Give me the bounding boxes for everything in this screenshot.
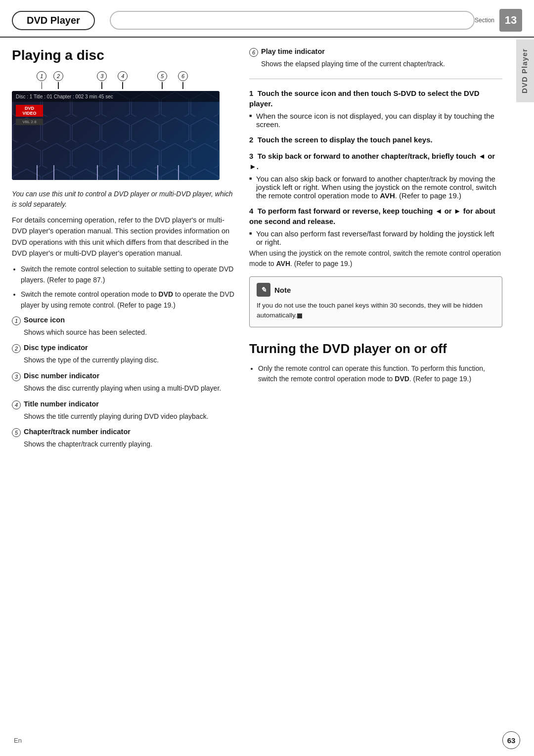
item-desc-5: Shows the chapter/track currently playin… — [24, 439, 237, 450]
section2-title: Turning the DVD player on or off — [249, 341, 502, 356]
note-box: ✎ Note If you do not use the touch panel… — [249, 276, 502, 327]
item-num-5: 5 — [12, 428, 21, 437]
item-label-6: Play time indicator — [261, 47, 325, 55]
intro-bullets: Switch the remote control selection to s… — [21, 264, 237, 311]
callout-1: 1 — [37, 71, 46, 81]
footer-en: En — [14, 736, 22, 744]
vbl-indicator: VBL 2.8 — [16, 119, 43, 125]
bullet-item-2: Switch the remote control operation mode… — [21, 289, 237, 311]
page-header: DVD Player Section 13 — [0, 0, 534, 38]
item-label-3: Disc number indicator — [24, 372, 99, 380]
step-4-bullet-1: You can also perform fast reverse/fast f… — [249, 229, 502, 246]
page-number: 63 — [502, 731, 520, 749]
intro-text: For details concerning operation, refer … — [12, 215, 237, 259]
intro-italic: You can use this unit to control a DVD p… — [12, 189, 237, 210]
section-info: Section 13 — [475, 9, 522, 32]
indicator-item-1: 1 Source icon Shows which source has bee… — [12, 316, 237, 338]
callout-6: 6 — [178, 71, 188, 81]
end-square — [297, 313, 302, 318]
item-num-4: 4 — [12, 400, 21, 409]
item-num-1: 1 — [12, 316, 21, 325]
item-desc-6: Shows the elapsed playing time of the cu… — [261, 59, 502, 70]
step-1: 1 Touch the source icon and then touch S… — [249, 88, 502, 129]
svg-rect-1 — [12, 91, 220, 180]
chapter-title: DVD Player — [12, 11, 95, 30]
item-desc-1: Shows which source has been selected. — [24, 327, 237, 338]
dvd-logo: DVDVIDEO — [16, 105, 43, 117]
indicator-item-6: 6 Play time indicator Shows the elapsed … — [249, 47, 502, 70]
item-label-2: Disc type indicator — [24, 344, 88, 352]
step-1-bullet-1: When the source icon is not displayed, y… — [249, 112, 502, 129]
indicator-item-5: 5 Chapter/track number indicator Shows t… — [12, 428, 237, 450]
dvd-screen: Disc : 1 Title : 01 Chapter : 002 3 min … — [12, 91, 220, 180]
en-label: En — [14, 737, 22, 744]
dvd-info-bar: Disc : 1 Title : 01 Chapter : 002 3 min … — [12, 91, 220, 102]
dvd-image-container: 1 2 3 4 — [12, 71, 220, 180]
step-3: 3 To skip back or forward to another cha… — [249, 151, 502, 200]
dvd-logo-area: DVDVIDEO VBL 2.8 — [16, 105, 43, 176]
indicator-item-4: 4 Title number indicator Shows the title… — [12, 400, 237, 422]
step-2-heading: 2 Touch the screen to display the touch … — [249, 134, 502, 145]
item-num-2: 2 — [12, 344, 21, 353]
indicator-item-3: 3 Disc number indicator Shows the disc c… — [12, 372, 237, 394]
item-num-6: 6 — [249, 48, 258, 57]
playing-disc-title: Playing a disc — [12, 47, 237, 63]
section-divider-1 — [249, 79, 502, 79]
step-4-heading: 4 To perform fast forward or reverse, ke… — [249, 206, 502, 226]
main-content: Playing a disc 1 2 3 — [0, 38, 534, 756]
step-3-heading: 3 To skip back or forward to another cha… — [249, 151, 502, 172]
side-chapter-label: DVD Player — [516, 40, 534, 102]
step-3-bullet-1: You can also skip back or forward to ano… — [249, 175, 502, 200]
callout-3: 3 — [97, 71, 107, 81]
item-desc-2: Shows the type of the currently playing … — [24, 355, 237, 366]
section2-bullet-1: Only the remote control can operate this… — [258, 363, 502, 385]
note-text: If you do not use the touch panel keys w… — [257, 301, 495, 321]
note-icon: ✎ — [257, 283, 270, 297]
item-num-3: 3 — [12, 372, 21, 381]
step-2: 2 Touch the screen to display the touch … — [249, 134, 502, 145]
item-desc-3: Shows the disc currently playing when us… — [24, 383, 237, 394]
right-column: 6 Play time indicator Shows the elapsed … — [249, 38, 522, 756]
item-desc-4: Shows the title currently playing during… — [24, 411, 237, 422]
page-footer: En 63 — [0, 731, 534, 749]
indicator-item-2: 2 Disc type indicator Shows the type of … — [12, 344, 237, 366]
bullet-item-1: Switch the remote control selection to s… — [21, 264, 237, 285]
note-title: Note — [274, 286, 291, 294]
callout-5: 5 — [157, 71, 167, 81]
note-header: ✎ Note — [257, 283, 495, 297]
left-column: Playing a disc 1 2 3 — [12, 38, 249, 756]
item-label-1: Source icon — [24, 316, 65, 324]
item-label-4: Title number indicator — [24, 400, 99, 408]
section2-bullets: Only the remote control can operate this… — [258, 363, 502, 385]
callout-4: 4 — [118, 71, 128, 81]
section-number: 13 — [499, 9, 522, 32]
step-4-body: When using the joystick on the remote co… — [249, 248, 502, 269]
item-label-5: Chapter/track number indicator — [24, 428, 131, 436]
section-label: Section — [475, 17, 494, 24]
callout-2: 2 — [53, 71, 63, 81]
step-4: 4 To perform fast forward or reverse, ke… — [249, 206, 502, 269]
step-1-heading: 1 Touch the source icon and then touch S… — [249, 88, 502, 109]
